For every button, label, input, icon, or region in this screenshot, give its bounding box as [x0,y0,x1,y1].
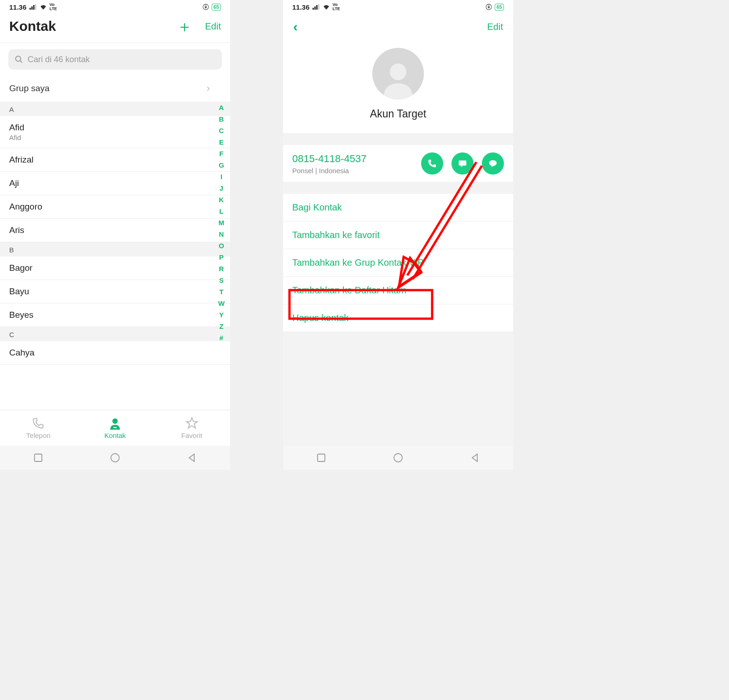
section-header: C [0,327,230,341]
contact-name: Bayu [9,286,221,297]
nav-home-icon[interactable] [393,452,404,463]
section-header: B [0,242,230,257]
svg-point-11 [111,454,119,462]
contact-detail-screen: 11.36 Vo LTE 65 ‹ Edit Akun Target 0815-… [283,0,513,470]
contact-row[interactable]: Afrizal [0,148,230,172]
status-bar: 11.36 Vo LTE 65 [283,0,513,14]
contact-avatar-area: Akun Target [283,40,513,133]
contact-row[interactable]: Aji [0,172,230,195]
status-time: 11.36 [9,3,27,11]
phone-type: Ponsel | Indonesia [292,167,366,175]
nav-back-icon[interactable] [470,453,480,463]
signal-icon [29,4,37,10]
contact-action-row[interactable]: Tambahkan ke Daftar Hitam [283,277,513,304]
call-button[interactable] [421,152,443,175]
index-letter[interactable]: Z [219,322,223,330]
status-time: 11.36 [292,3,310,11]
svg-point-20 [489,160,497,166]
index-letter[interactable]: S [219,276,224,284]
index-letter[interactable]: J [220,184,223,192]
contacts-list[interactable]: AAfidAfidAfrizalAjiAnggoroArisBBagorBayu… [0,102,230,410]
index-letter[interactable]: M [219,219,225,227]
back-button[interactable]: ‹ [293,19,298,35]
wifi-icon [323,4,330,10]
contacts-list-screen: 11.36 Vo LTE 65 Kontak ＋ Edit Cari di 46… [0,0,230,470]
bottom-tabs: Telepon Kontak Favorit [0,410,230,446]
svg-rect-9 [114,427,117,428]
contact-name: Aris [9,225,221,235]
index-letter[interactable]: E [219,138,224,146]
alphabet-index[interactable]: ABCEFGIJKLMNOPRSTWYZ# [215,102,227,410]
index-letter[interactable]: B [219,115,224,123]
svg-rect-0 [29,8,31,10]
tab-kontak[interactable]: Kontak [77,410,154,446]
tab-telepon-label: Telepon [26,432,51,439]
search-input[interactable]: Cari di 46 kontak [8,49,222,70]
nav-recent-icon[interactable] [33,453,43,463]
page-title: Kontak [9,18,56,34]
tab-kontak-label: Kontak [104,432,126,439]
contact-row[interactable]: Beyes [0,303,230,327]
svg-rect-13 [314,6,316,10]
index-letter[interactable]: L [219,207,223,215]
contact-row[interactable]: Bayu [0,280,230,303]
index-letter[interactable]: # [220,334,223,342]
avatar[interactable] [372,48,424,99]
svg-rect-3 [35,4,36,10]
edit-button[interactable]: Edit [487,22,503,32]
svg-rect-12 [312,8,314,10]
index-letter[interactable]: I [220,173,222,181]
tab-favorit[interactable]: Favorit [153,410,230,446]
index-letter[interactable]: A [219,104,224,111]
nav-recent-icon[interactable] [316,453,326,463]
svg-rect-10 [35,454,42,461]
add-contact-button[interactable]: ＋ [177,18,192,34]
status-bar: 11.36 Vo LTE 65 [0,0,230,14]
contact-row[interactable]: AfidAfid [0,116,230,148]
nav-back-icon[interactable] [187,453,197,463]
phone-number-block[interactable]: 0815-4118-4537 Ponsel | Indonesia [283,145,513,182]
contact-action-row[interactable]: Hapus kontak [283,304,513,332]
index-letter[interactable]: R [219,265,224,273]
index-letter[interactable]: N [219,230,224,238]
contact-row[interactable]: Aris [0,219,230,242]
contact-row[interactable]: Anggoro [0,195,230,219]
svg-rect-1 [31,6,33,10]
volte-icon: Vo LTE [50,3,57,11]
index-letter[interactable]: G [219,161,224,169]
contact-actions-list: Bagi KontakTambahkan ke favoritTambahkan… [283,194,513,332]
edit-button[interactable]: Edit [205,21,221,32]
phone-icon [32,417,45,430]
index-letter[interactable]: C [219,127,224,134]
system-nav-bar [283,446,513,470]
section-gap [283,133,513,145]
index-letter[interactable]: T [219,288,223,296]
contact-name: Aji [9,178,221,188]
index-letter[interactable]: K [219,196,224,204]
index-letter[interactable]: F [219,150,223,158]
tab-favorit-label: Favorit [181,432,202,439]
contact-row[interactable]: Bagor [0,257,230,280]
my-groups-row[interactable]: Grup saya › [0,75,230,102]
index-letter[interactable]: P [219,253,224,261]
index-letter[interactable]: Y [219,311,224,319]
volte-icon: Vo LTE [333,3,340,11]
wifi-icon [40,4,47,10]
index-letter[interactable]: O [219,242,224,250]
nav-home-icon[interactable] [110,452,121,463]
contact-row[interactable]: Cahya [0,341,230,365]
index-letter[interactable]: W [218,299,225,307]
contact-action-row[interactable]: Tambahkan ke favorit [283,222,513,249]
empty-area [283,332,513,446]
message-button[interactable] [451,152,474,175]
search-placeholder: Cari di 46 kontak [28,55,90,64]
person-icon [109,417,122,430]
system-nav-bar [0,446,230,470]
svg-point-6 [16,56,21,61]
chat-button[interactable] [482,152,504,175]
contact-name: Afid [9,122,221,133]
tab-telepon[interactable]: Telepon [0,410,77,446]
svg-rect-19 [459,161,467,166]
contact-action-row[interactable]: Bagi Kontak [283,194,513,222]
contact-action-row[interactable]: Tambahkan ke Grup Kontak VIP [283,249,513,277]
